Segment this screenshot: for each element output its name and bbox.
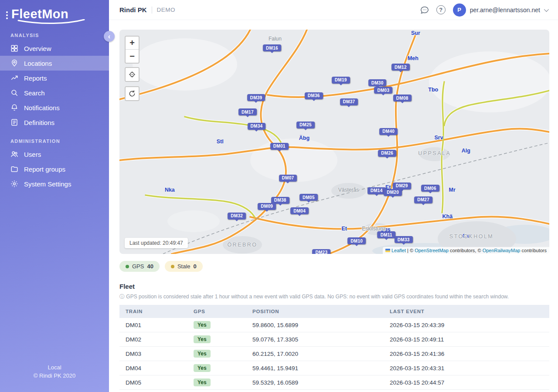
last-event-cell: 2026-03-15 20:49:11 <box>384 332 549 347</box>
position-cell: 59.4461, 15.9491 <box>246 361 384 375</box>
position-cell: 59.0776, 17.3305 <box>246 332 384 347</box>
users-icon <box>10 150 18 158</box>
sidebar-item-search[interactable]: Search <box>0 85 109 100</box>
gps-cell: Yes <box>187 318 246 332</box>
gps-badge-label: GPS <box>132 263 144 270</box>
sidebar-collapse-button[interactable] <box>104 31 115 42</box>
train-marker-dm08[interactable]: DM08 <box>393 95 412 101</box>
sidebar-item-definitions[interactable]: Definitions <box>0 115 109 130</box>
search-icon <box>10 89 18 97</box>
train-marker-dm01[interactable]: DM01 <box>270 143 289 150</box>
stale-badge-label: Stale <box>177 263 191 270</box>
app-logo: FleetMon <box>0 0 109 24</box>
train-marker-dm30[interactable]: DM30 <box>368 79 387 86</box>
train-marker-dm26[interactable]: DM26 <box>378 150 396 157</box>
train-marker-dm04[interactable]: DM04 <box>290 207 309 214</box>
zoom-in-button[interactable]: + <box>126 37 139 50</box>
train-cell: DM05 <box>119 375 187 390</box>
sidebar-item-label: Locations <box>24 60 52 67</box>
last-event-cell: 2026-03-15 20:41:36 <box>384 347 549 361</box>
train-marker-dm09[interactable]: DM09 <box>258 203 276 210</box>
attribution-separator: | <box>406 248 410 253</box>
chat-bubble-icon <box>420 5 429 15</box>
sidebar-item-users[interactable]: Users <box>0 147 109 162</box>
train-marker-dm25[interactable]: DM25 <box>296 122 315 128</box>
train-marker-dm12[interactable]: DM12 <box>391 64 410 71</box>
sidebar-nav: ANALYSISOverviewLocationsReportsSearchNo… <box>0 33 109 191</box>
sidebar-item-report-groups[interactable]: Report groups <box>0 162 109 176</box>
fleet-table-row: DM05Yes59.5329, 16.05892026-03-15 20:44:… <box>119 375 549 390</box>
train-marker-dm39[interactable]: DM39 <box>247 94 265 101</box>
fleet-section-title: Fleet <box>119 283 558 290</box>
status-badges: GPS 40 Stale 0 <box>119 261 558 272</box>
column-header-gps: GPS <box>187 305 246 318</box>
train-marker-dm03[interactable]: DM03 <box>374 87 392 94</box>
map-place-label: Nka <box>165 187 175 193</box>
column-header-position: POSITION <box>246 305 384 318</box>
sidebar-item-system-settings[interactable]: System Settings <box>0 176 109 191</box>
user-email: per.arne@lennartsson.net <box>470 7 540 14</box>
train-marker-dm05[interactable]: DM05 <box>299 194 318 201</box>
last-event-cell: 2026-03-15 20:43:39 <box>384 318 549 332</box>
train-marker-dm20[interactable]: DM20 <box>384 189 402 196</box>
logo-swoosh-icon <box>17 19 85 24</box>
title-divider <box>152 7 152 14</box>
sidebar-item-reports[interactable]: Reports <box>0 71 109 85</box>
fleet-table-row: Yes <box>119 390 549 391</box>
sidebar-item-label: Search <box>24 89 45 97</box>
chevron-down-icon <box>544 7 549 11</box>
train-marker-dm32[interactable]: DM32 <box>228 213 246 220</box>
openstreetmap-link[interactable]: OpenStreetMap <box>415 248 449 253</box>
train-marker-dm19[interactable]: DM19 <box>332 77 350 84</box>
feedback-button[interactable] <box>420 5 429 15</box>
train-marker-dm29[interactable]: DM29 <box>393 182 411 189</box>
gps-cell: Yes <box>187 332 246 347</box>
locate-control <box>125 67 140 82</box>
train-marker-dm34[interactable]: DM34 <box>248 123 266 130</box>
gps-yes-badge: Yes <box>194 378 211 386</box>
train-marker-dm23[interactable]: DM23 <box>312 249 330 254</box>
position-cell: 59.5329, 16.0589 <box>246 375 384 390</box>
sidebar-item-notifications[interactable]: Notifications <box>0 100 109 115</box>
sidebar-item-overview[interactable]: Overview <box>0 41 109 56</box>
stale-status-badge: Stale 0 <box>165 261 203 272</box>
train-marker-dm17[interactable]: DM17 <box>238 108 257 115</box>
user-menu[interactable]: P per.arne@lennartsson.net <box>453 3 548 17</box>
stale-dot-icon <box>171 265 174 268</box>
refresh-control <box>125 86 140 101</box>
zoom-out-button[interactable]: − <box>126 50 139 63</box>
refresh-button[interactable] <box>126 87 139 100</box>
column-header-train: TRAIN <box>119 305 187 318</box>
train-marker-dm16[interactable]: DM16 <box>263 44 281 51</box>
train-marker-dm11[interactable]: DM11 <box>378 231 395 238</box>
train-marker-dm40[interactable]: DM40 <box>379 128 398 135</box>
attribution-text: contributors <box>520 248 547 253</box>
leaflet-link[interactable]: Leaflet <box>391 248 406 253</box>
map-place-label: Khä <box>442 213 453 220</box>
map-canvas[interactable]: SurMehTboStlÄbgSrvAlgNkaEtMrKhäEtSgsCstF… <box>119 30 549 254</box>
overview-icon <box>10 44 18 52</box>
gps-status-badge: GPS 40 <box>119 261 160 272</box>
help-button[interactable] <box>436 5 446 15</box>
train-marker-dm37[interactable]: DM37 <box>340 98 358 105</box>
gps-yes-badge: Yes <box>194 321 211 329</box>
sidebar: FleetMon ANALYSISOverviewLocationsReport… <box>0 0 109 392</box>
map-attribution: Leaflet | © OpenStreetMap contributors, … <box>383 247 549 254</box>
train-marker-dm33[interactable]: DM33 <box>395 236 413 243</box>
position-cell: 60.2125, 17.0020 <box>246 347 384 361</box>
train-marker-dm36[interactable]: DM36 <box>305 92 323 99</box>
openrailwaymap-link[interactable]: OpenRailwayMap <box>483 248 521 253</box>
train-marker-dm06[interactable]: DM06 <box>421 185 439 192</box>
train-marker-dm14[interactable]: DM14 <box>367 187 386 194</box>
train-marker-dm27[interactable]: DM27 <box>414 196 432 203</box>
sidebar-item-label: System Settings <box>24 180 71 188</box>
ukraine-flag-icon <box>385 249 390 252</box>
crosshair-icon <box>128 71 136 78</box>
train-marker-dm07[interactable]: DM07 <box>279 175 297 182</box>
fleet-table-row: DM03Yes60.2125, 17.00202026-03-15 20:41:… <box>119 347 549 361</box>
sidebar-item-locations[interactable]: Locations <box>0 56 109 71</box>
map-place-label: Västerås <box>338 187 359 193</box>
train-marker-dm10[interactable]: DM10 <box>347 237 366 244</box>
map-place-label: ÖREBRO <box>227 242 257 248</box>
locate-button[interactable] <box>126 68 139 81</box>
